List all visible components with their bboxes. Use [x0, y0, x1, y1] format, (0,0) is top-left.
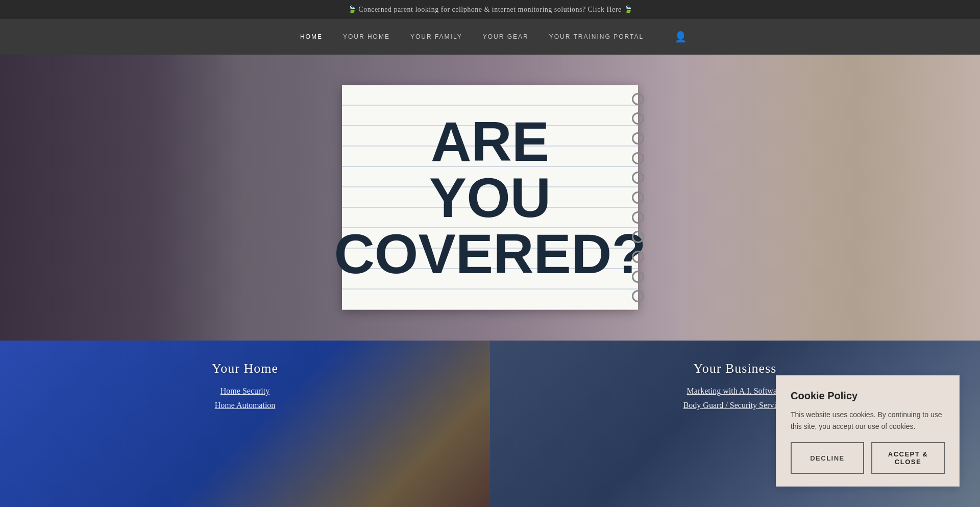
nav-link-training-portal[interactable]: YOUR TRAINING PORTAL [549, 33, 644, 40]
announcement-bar[interactable]: 🍃 Concerned parent looking for cellphone… [0, 0, 980, 19]
card-home-title: Your Home [212, 361, 278, 376]
cookie-accept-button[interactable]: ACCEPT & CLOSE [871, 442, 945, 474]
card-business-title: Your Business [694, 361, 777, 376]
hero-right-overlay [674, 55, 980, 341]
announcement-text: 🍃 Concerned parent looking for cellphone… [348, 6, 632, 13]
card-business-link-bodyguard[interactable]: Body Guard / Security Services [683, 401, 787, 410]
nav-links: – HOME YOUR HOME YOUR FAMILY YOUR GEAR Y… [20, 31, 960, 43]
cookie-buttons: DECLINE ACCEPT & CLOSE [791, 442, 945, 474]
user-icon[interactable]: 👤 [674, 31, 687, 43]
main-nav: – HOME YOUR HOME YOUR FAMILY YOUR GEAR Y… [0, 19, 980, 55]
nav-link-home[interactable]: – HOME [293, 33, 323, 40]
nav-link-your-gear[interactable]: YOUR GEAR [483, 33, 529, 40]
hero-sign: ARE YOU COVERED? [342, 85, 638, 310]
hero-text-line3: COVERED? [334, 226, 646, 282]
card-business-link-marketing[interactable]: Marketing with A.I. Software [687, 387, 783, 396]
hero-left-overlay [0, 55, 245, 341]
nav-link-your-family[interactable]: YOUR FAMILY [410, 33, 462, 40]
card-home-link-automation[interactable]: Home Automation [215, 401, 276, 410]
spiral-binding [629, 85, 647, 310]
cookie-decline-button[interactable]: DECLINE [791, 442, 864, 474]
card-your-home[interactable]: Your Home Home Security Home Automation [0, 341, 490, 507]
cookie-text: This website uses cookies. By continuing… [791, 409, 945, 432]
hero-section: ARE YOU COVERED? [0, 55, 980, 341]
hero-text-line2: YOU [429, 170, 551, 226]
nav-link-your-home[interactable]: YOUR HOME [343, 33, 390, 40]
cookie-banner: Cookie Policy This website uses cookies.… [776, 375, 960, 487]
card-home-link-security[interactable]: Home Security [220, 387, 270, 396]
cookie-title: Cookie Policy [791, 390, 945, 402]
hero-text-line1: ARE [431, 113, 549, 170]
